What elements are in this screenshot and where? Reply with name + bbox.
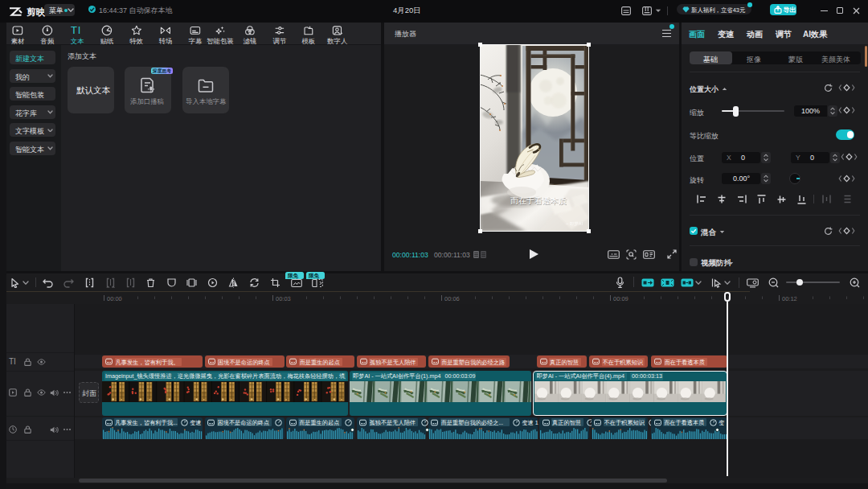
svg-text:00:09: 00:09	[613, 295, 628, 302]
svg-text:00:06: 00:06	[444, 295, 460, 302]
svg-text:00:12: 00:12	[782, 295, 797, 302]
svg-text:00:03: 00:03	[276, 295, 291, 302]
svg-text:00:00: 00:00	[107, 295, 122, 302]
